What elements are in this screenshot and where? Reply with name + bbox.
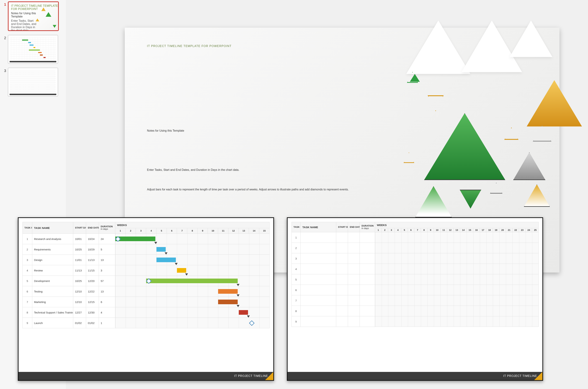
- week-header: 15: [259, 228, 270, 234]
- gantt-bar[interactable]: [156, 247, 166, 252]
- gantt-row-canvas[interactable]: [115, 234, 270, 244]
- cell-start[interactable]: [336, 295, 348, 306]
- thumbnail-slide-1[interactable]: 1 IT PROJECT TIMELINE TEMPLATE FOR POWER…: [1, 1, 66, 31]
- cell-start[interactable]: [336, 285, 348, 295]
- cell-task-name[interactable]: [301, 285, 336, 295]
- table-row: 3 Design 11/01 11/13 13: [23, 255, 270, 265]
- cell-duration[interactable]: [360, 274, 375, 285]
- gantt-bar[interactable]: [218, 289, 238, 294]
- cell-duration[interactable]: [360, 232, 375, 243]
- week-header: 9: [197, 228, 208, 234]
- gantt-row-canvas[interactable]: [375, 253, 539, 264]
- cell-task-name[interactable]: [301, 264, 336, 274]
- mini-bar-icon: [29, 50, 40, 51]
- week-header: 8: [421, 228, 427, 232]
- col-task-id: TASK ID: [23, 222, 32, 234]
- cell-end[interactable]: [348, 253, 360, 264]
- cell-duration[interactable]: [360, 264, 375, 274]
- gantt-row-canvas[interactable]: [115, 276, 270, 286]
- cell-end[interactable]: [348, 264, 360, 274]
- cell-start[interactable]: [336, 243, 348, 253]
- gantt-row-canvas[interactable]: [375, 316, 539, 327]
- gantt-row-canvas[interactable]: [115, 318, 270, 328]
- gantt-panel-populated[interactable]: TASK ID TASK NAME START DATE END DATE DU…: [18, 217, 274, 381]
- cell-duration: 1: [99, 318, 115, 328]
- cell-task-name[interactable]: [301, 316, 336, 327]
- cell-duration[interactable]: [360, 306, 375, 316]
- cell-end[interactable]: [348, 274, 360, 285]
- gantt-bar[interactable]: [156, 258, 176, 262]
- cell-task-name[interactable]: [301, 232, 336, 243]
- cell-end[interactable]: [348, 306, 360, 316]
- cell-task-id: 1: [23, 234, 32, 244]
- cell-start[interactable]: [336, 316, 348, 327]
- cell-duration: 57: [99, 276, 115, 286]
- gantt-row-canvas[interactable]: [115, 265, 270, 276]
- cell-end[interactable]: [348, 316, 360, 327]
- cell-start[interactable]: [336, 306, 348, 316]
- arrow-down-icon: [154, 242, 157, 244]
- cell-start[interactable]: [336, 232, 348, 243]
- week-header: 4: [146, 228, 156, 234]
- week-header: 5: [401, 228, 408, 232]
- gantt-bar[interactable]: [177, 268, 186, 273]
- cell-start[interactable]: [336, 274, 348, 285]
- gantt-row-canvas[interactable]: [115, 307, 270, 318]
- stage: 1 IT PROJECT TIMELINE TEMPLATE FOR POWER…: [0, 0, 588, 389]
- cell-start: 12/27: [73, 307, 86, 318]
- cell-duration[interactable]: [360, 253, 375, 264]
- thumb-card: [8, 35, 58, 64]
- cell-task-id: 1: [292, 232, 301, 243]
- week-header: 12: [228, 228, 239, 234]
- cell-duration[interactable]: [360, 295, 375, 306]
- cell-task-name[interactable]: [301, 253, 336, 264]
- gantt-row-canvas[interactable]: [375, 285, 539, 295]
- week-header: 16: [473, 228, 480, 232]
- cell-end[interactable]: [348, 295, 360, 306]
- gantt-bar[interactable]: [239, 310, 248, 315]
- cell-end[interactable]: [348, 285, 360, 295]
- gantt-bar[interactable]: [218, 300, 238, 304]
- cell-duration[interactable]: [360, 285, 375, 295]
- cell-end[interactable]: [348, 232, 360, 243]
- cell-task-name[interactable]: [301, 295, 336, 306]
- gantt-row-canvas[interactable]: [375, 243, 539, 253]
- gantt-row-canvas[interactable]: [115, 244, 270, 255]
- cell-duration: 4: [99, 307, 115, 318]
- footer-label: IT PROJECT TIMELINE: [234, 374, 268, 378]
- cell-task-name[interactable]: [301, 243, 336, 253]
- gantt-row-canvas[interactable]: [375, 306, 539, 316]
- cell-start: 12/10: [73, 286, 86, 297]
- cell-task-name[interactable]: [301, 274, 336, 285]
- table-row: 1 Research and Analysis 10/01 10/24 24: [23, 234, 270, 244]
- gantt-row-canvas[interactable]: [375, 274, 539, 285]
- gantt-panel-blank[interactable]: TASK ID TASK NAME START DATE END DATE DU…: [287, 217, 543, 381]
- gantt-row-canvas[interactable]: [375, 295, 539, 306]
- triangle-icon: [527, 80, 582, 127]
- cell-start[interactable]: [336, 253, 348, 264]
- gantt-row-canvas[interactable]: [375, 232, 539, 243]
- cell-start[interactable]: [336, 264, 348, 274]
- cell-duration: 3: [99, 265, 115, 276]
- cell-task-id: 3: [23, 255, 32, 265]
- gantt-row-canvas[interactable]: [115, 286, 270, 297]
- gantt-bar[interactable]: [146, 279, 238, 283]
- week-header: 17: [480, 228, 486, 232]
- cell-start: 11/01: [73, 255, 86, 265]
- gantt-row-canvas[interactable]: [115, 255, 270, 265]
- cell-task-name[interactable]: [301, 306, 336, 316]
- cell-duration[interactable]: [360, 316, 375, 327]
- gantt-bar[interactable]: [115, 236, 155, 241]
- cell-task-id: 5: [292, 274, 301, 285]
- cell-task-id: 9: [23, 318, 32, 328]
- gantt-row-canvas[interactable]: [115, 297, 270, 307]
- thumbnail-slide-3[interactable]: 3: [1, 68, 66, 97]
- triangle-icon: [424, 113, 505, 180]
- cell-end[interactable]: [348, 243, 360, 253]
- panel-footer: IT PROJECT TIMELINE: [288, 372, 542, 380]
- cell-duration[interactable]: [360, 243, 375, 253]
- thumbnail-slide-2[interactable]: 2: [1, 35, 66, 64]
- thumb-number: 2: [1, 35, 6, 40]
- cell-task-id: 6: [292, 285, 301, 295]
- gantt-row-canvas[interactable]: [375, 264, 539, 274]
